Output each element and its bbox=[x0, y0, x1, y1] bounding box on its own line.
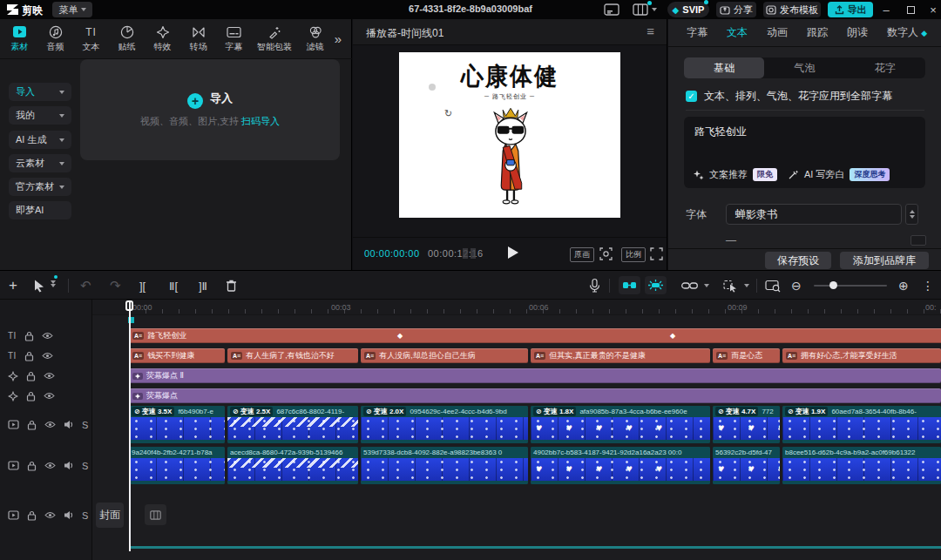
subtitle-clip[interactable]: A≡ 而是心态 bbox=[713, 348, 780, 363]
more-options-icon[interactable]: ⋮ bbox=[922, 277, 934, 294]
zoom-slider-thumb[interactable] bbox=[829, 281, 837, 289]
zoom-out-button[interactable]: ⊖ bbox=[791, 277, 802, 294]
speaker-icon[interactable] bbox=[64, 461, 74, 470]
split-keep-right-button[interactable]: ]Ⅱ bbox=[199, 277, 207, 294]
redo-button[interactable]: ↷ bbox=[110, 277, 121, 294]
chevron-down-icon[interactable] bbox=[51, 284, 56, 287]
lock-icon[interactable] bbox=[26, 391, 36, 401]
chevron-down-icon[interactable] bbox=[652, 8, 657, 11]
linkage-icon[interactable] bbox=[681, 277, 698, 294]
video-clip[interactable]: 56392c2b-d5fd-47 ♥ ♥ ♥ ♥ ♥ bbox=[713, 447, 780, 484]
subtitle-clip[interactable]: A≡ 但其实,真正最贵的不是健康 bbox=[531, 348, 710, 363]
video-clip[interactable]: b8cee516-d62b-4c9a-b9a2-ac0f69b61322 bbox=[782, 447, 941, 484]
rotate-handle-icon[interactable]: ↻ bbox=[444, 108, 452, 119]
play-button[interactable] bbox=[508, 246, 518, 259]
tool-sticker[interactable]: 贴纸 bbox=[109, 24, 145, 53]
fullscreen-icon[interactable] bbox=[650, 247, 663, 260]
focus-frame-icon[interactable] bbox=[599, 247, 613, 260]
close-button[interactable]: × bbox=[925, 2, 941, 17]
collapsed-audio-track[interactable] bbox=[129, 546, 941, 549]
chevron-down-icon[interactable] bbox=[744, 284, 749, 287]
timeline-zoom-slider[interactable] bbox=[814, 285, 887, 287]
solo-toggle[interactable]: S bbox=[82, 510, 88, 521]
video-clip[interactable]: ⊘变速 1.8X afa9085b-87a3-4cca-b6be-ee960e … bbox=[531, 406, 710, 443]
video-clip[interactable]: ⊘变速 3.5X f6b490b7-e bbox=[129, 406, 225, 443]
subtitle-clip[interactable]: A≡ 拥有好心态,才能享受好生活 bbox=[782, 348, 941, 363]
import-cta[interactable]: +导入 bbox=[80, 91, 340, 109]
main-text-clip[interactable]: A≡ 路飞轻创业 bbox=[129, 328, 941, 343]
font-select[interactable]: 蝉影隶书 bbox=[726, 204, 902, 225]
video-clip[interactable]: ⊘变速 2.5X 687c6c86-8802-4119- bbox=[227, 406, 358, 443]
subtitle-text-input[interactable]: 路飞轻创业 文案推荐 限免 AI 写旁白 深度思考 bbox=[684, 117, 925, 188]
keyframe-icon[interactable]: ◆ bbox=[670, 332, 675, 340]
eye-icon[interactable] bbox=[42, 332, 53, 340]
publish-template-button[interactable]: 发布模板 bbox=[763, 2, 821, 17]
category-official-assets[interactable]: 官方素材 bbox=[9, 178, 71, 196]
toolbar-expand-icon[interactable]: » bbox=[335, 31, 350, 46]
lock-icon[interactable] bbox=[24, 331, 34, 341]
auto-splice-toggle[interactable] bbox=[619, 276, 640, 294]
category-jimeng-ai[interactable]: 即梦AI bbox=[9, 201, 71, 219]
split-keep-left-button[interactable]: Ⅱ[ bbox=[169, 277, 178, 294]
copy-recommend-button[interactable]: 文案推荐 bbox=[709, 168, 748, 181]
panel-layout-icon[interactable] bbox=[604, 3, 619, 16]
maximize-button[interactable] bbox=[903, 2, 918, 17]
menu-button[interactable]: 菜单 bbox=[52, 2, 92, 17]
speaker-icon[interactable] bbox=[64, 420, 74, 429]
tool-text[interactable]: TI 文本 bbox=[73, 24, 109, 53]
select-mode-icon[interactable] bbox=[723, 277, 738, 294]
player-menu-icon[interactable]: ≡ bbox=[647, 24, 654, 38]
empty-track-media-icon[interactable] bbox=[145, 504, 166, 525]
preview-canvas[interactable]: 心康体健 ─ 路飞轻创业 ─ ↻ bbox=[399, 52, 620, 218]
cover-button[interactable]: 封面 bbox=[96, 503, 124, 528]
original-quality-button[interactable]: 原画 bbox=[570, 247, 594, 262]
eye-icon[interactable] bbox=[42, 352, 53, 360]
playhead-handle[interactable] bbox=[125, 300, 133, 311]
tab-animation[interactable]: 动画 bbox=[767, 25, 788, 40]
effect-clip[interactable]: 荧幕爆点 bbox=[129, 388, 941, 403]
lock-icon[interactable] bbox=[24, 351, 34, 361]
solo-toggle[interactable]: S bbox=[82, 420, 88, 430]
effect-clip[interactable]: 荧幕爆点 Ⅱ bbox=[129, 368, 941, 383]
chevron-down-icon[interactable] bbox=[704, 284, 709, 287]
tool-media[interactable]: 素材 bbox=[2, 24, 37, 53]
subtab-bubble[interactable]: 气泡 bbox=[764, 57, 844, 78]
share-button[interactable]: 分享 bbox=[716, 2, 756, 17]
record-voiceover-icon[interactable] bbox=[589, 277, 600, 294]
category-import[interactable]: 导入 bbox=[9, 83, 71, 101]
workspace-layout-icon[interactable] bbox=[633, 3, 648, 16]
video-clip[interactable]: 4902bb7c-b583-4187-9421-92d2a16a2a23 00:… bbox=[531, 447, 710, 484]
import-dropzone[interactable]: +导入 视频、音频、图片,支持 扫码导入 bbox=[80, 59, 340, 160]
playhead-line[interactable] bbox=[129, 300, 131, 551]
video-clip[interactable]: ⊘变速 2.0X 0954629c-4ee2-4ccc-b4d6-9bd bbox=[361, 406, 528, 443]
save-preset-button[interactable]: 保存预设 bbox=[765, 252, 831, 269]
selection-handle-dot[interactable] bbox=[429, 84, 436, 91]
subtitle-clip[interactable]: A≡ 有人生病了,有钱也治不好 bbox=[227, 348, 358, 363]
video-clip[interactable]: 9a240f4b-2fb2-4271-b78a bbox=[129, 447, 225, 484]
category-mine[interactable]: 我的 bbox=[9, 106, 71, 125]
eye-icon[interactable] bbox=[44, 511, 56, 519]
tab-tracking[interactable]: 跟踪 bbox=[807, 25, 828, 40]
preview-axis-toggle[interactable] bbox=[645, 276, 667, 294]
font-stepper[interactable] bbox=[905, 204, 918, 225]
subtab-fancy-text[interactable]: 花字 bbox=[845, 57, 925, 78]
subtitle-clip[interactable]: A≡ 钱买不到健康 bbox=[129, 348, 225, 363]
video-clip[interactable]: ⊘变速 4.7X 772 ♥ ♥ ♥ ♥ ♥ bbox=[713, 406, 780, 443]
delete-icon[interactable] bbox=[225, 277, 238, 294]
video-clip[interactable]: ⊘变速 1.9X 60aed7a8-3654-40fb-8b46- bbox=[782, 406, 941, 443]
export-button[interactable]: 导出 bbox=[828, 2, 873, 17]
eye-icon[interactable] bbox=[44, 421, 56, 428]
tab-digital-human[interactable]: 数字人 ◆ bbox=[887, 25, 927, 40]
speaker-icon[interactable] bbox=[64, 510, 74, 520]
lock-icon[interactable] bbox=[27, 420, 37, 430]
ratio-button[interactable]: 比例 bbox=[621, 247, 646, 262]
select-cursor-icon[interactable] bbox=[33, 277, 45, 294]
scan-import-link[interactable]: 扫码导入 bbox=[241, 116, 280, 126]
lock-icon[interactable] bbox=[26, 371, 36, 381]
tool-audio[interactable]: 音频 bbox=[37, 24, 73, 53]
timeline-ruler[interactable]: 00:00 00:03 00:06 00:09 00: bbox=[92, 300, 941, 315]
tool-effects[interactable]: 特效 bbox=[145, 24, 180, 53]
apply-all-checkbox[interactable]: ✓ bbox=[686, 91, 697, 102]
video-clip[interactable]: 539d7338-dcb8-4092-882e-a98823be8363 0 bbox=[361, 447, 528, 484]
frame-grid-icon[interactable] bbox=[463, 248, 477, 259]
